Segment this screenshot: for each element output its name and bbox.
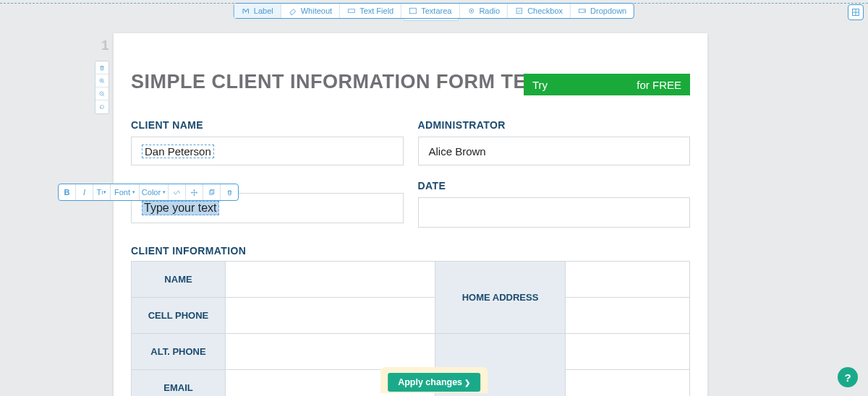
table-cell[interactable] bbox=[566, 298, 689, 334]
copy-icon bbox=[208, 189, 216, 197]
svg-rect-4 bbox=[516, 8, 522, 14]
tool-dropdown[interactable]: Dropdown bbox=[571, 4, 634, 18]
chevron-down-icon: ▾ bbox=[163, 189, 166, 195]
italic-icon: I bbox=[83, 188, 85, 197]
move-icon bbox=[190, 189, 198, 197]
client-name-value[interactable]: Dan Peterson bbox=[142, 145, 214, 158]
svg-rect-10 bbox=[210, 189, 214, 194]
zoom-in-button[interactable] bbox=[95, 74, 109, 87]
delete-page-button[interactable] bbox=[95, 61, 109, 74]
chevron-down-icon: ▾ bbox=[103, 189, 106, 195]
table-cell[interactable] bbox=[226, 298, 435, 334]
table-cell[interactable] bbox=[226, 262, 435, 298]
checkbox-icon bbox=[515, 7, 524, 15]
administrator-value: Alice Brown bbox=[429, 145, 486, 158]
tool-label-text: Whiteout bbox=[301, 7, 332, 15]
link-icon bbox=[173, 189, 181, 197]
delete-button[interactable] bbox=[221, 184, 238, 200]
cta-prefix: Try bbox=[532, 79, 548, 91]
table-header-altphone: ALT. PHONE bbox=[132, 334, 226, 370]
tool-radio[interactable]: Radio bbox=[459, 4, 508, 18]
svg-rect-1 bbox=[410, 8, 417, 14]
label-icon bbox=[242, 7, 250, 15]
table-header-email: EMAIL bbox=[132, 370, 226, 396]
new-text-placeholder[interactable]: Type your text bbox=[142, 201, 219, 215]
grid-toggle-button[interactable] bbox=[848, 4, 864, 20]
color-button[interactable]: Color▾ bbox=[140, 184, 169, 200]
date-field[interactable] bbox=[418, 197, 691, 228]
tool-label-text: Label bbox=[254, 7, 273, 15]
italic-button[interactable]: I bbox=[76, 184, 93, 200]
dropdown-icon bbox=[578, 7, 587, 15]
zoom-out-button[interactable] bbox=[95, 87, 109, 100]
grid-icon bbox=[851, 8, 860, 17]
link-button[interactable] bbox=[169, 184, 186, 200]
table-header-cellphone: CELL PHONE bbox=[132, 298, 226, 334]
administrator-field[interactable]: Alice Brown bbox=[418, 137, 691, 165]
table-header-name: NAME bbox=[132, 262, 226, 298]
color-label: Color bbox=[142, 188, 161, 197]
tool-textfield[interactable]: Text Field bbox=[340, 4, 401, 18]
tool-label-text: Text Field bbox=[359, 7, 393, 15]
tool-label-text: Radio bbox=[479, 7, 500, 15]
apply-changes-button[interactable]: Apply changes bbox=[388, 373, 480, 392]
apply-changes-container: Apply changes bbox=[380, 367, 488, 393]
tool-label-text: Textarea bbox=[421, 7, 451, 15]
table-cell[interactable] bbox=[566, 370, 689, 396]
table-header-homeaddress: HOME ADDRESS bbox=[435, 262, 566, 334]
font-button[interactable]: Font▾ bbox=[111, 184, 140, 200]
tool-checkbox[interactable]: Checkbox bbox=[508, 4, 571, 18]
tool-label-text: Dropdown bbox=[590, 7, 626, 15]
radio-icon bbox=[467, 7, 475, 15]
client-name-label: CLIENT NAME bbox=[131, 119, 404, 131]
bold-icon: B bbox=[64, 188, 70, 197]
move-button[interactable] bbox=[186, 184, 203, 200]
zoom-in-icon bbox=[98, 77, 106, 85]
svg-rect-9 bbox=[210, 190, 213, 194]
tool-whiteout[interactable]: Whiteout bbox=[281, 4, 340, 18]
help-icon: ? bbox=[844, 371, 851, 384]
fontsize-icon: T bbox=[97, 188, 102, 197]
administrator-label: ADMINISTRATOR bbox=[418, 119, 691, 131]
refresh-button[interactable] bbox=[95, 100, 109, 113]
zoom-out-icon bbox=[98, 90, 106, 98]
client-info-section-title: CLIENT INFORMATION bbox=[131, 245, 690, 257]
svg-point-3 bbox=[470, 10, 472, 12]
copy-button[interactable] bbox=[203, 184, 221, 200]
tool-label[interactable]: Label bbox=[234, 4, 281, 18]
table-cell[interactable] bbox=[566, 334, 689, 370]
document-page[interactable]: Try for FREE SIMPLE CLIENT INFORMATION F… bbox=[114, 33, 707, 396]
page-side-tools bbox=[95, 61, 109, 114]
date-label: DATE bbox=[418, 180, 691, 191]
textarea-icon bbox=[409, 7, 417, 15]
client-name-field[interactable]: Dan Peterson bbox=[131, 137, 404, 165]
table-cell[interactable] bbox=[226, 334, 435, 370]
table-cell[interactable] bbox=[566, 262, 689, 298]
fontsize-button[interactable]: TI▾ bbox=[93, 184, 111, 200]
eraser-icon bbox=[289, 7, 297, 15]
trash-icon bbox=[98, 64, 106, 72]
textfield-icon bbox=[347, 7, 356, 15]
element-toolbar: Label Whiteout Text Field Textarea Radio… bbox=[234, 3, 634, 19]
bold-button[interactable]: B bbox=[59, 184, 76, 200]
cta-suffix: for FREE bbox=[637, 79, 681, 91]
refresh-icon bbox=[98, 103, 106, 111]
try-free-banner[interactable]: Try for FREE bbox=[524, 74, 690, 95]
tool-label-text: Checkbox bbox=[527, 7, 563, 15]
font-label: Font bbox=[114, 188, 130, 197]
svg-rect-0 bbox=[349, 9, 355, 13]
help-button[interactable]: ? bbox=[838, 367, 858, 387]
page-number: 1 bbox=[101, 38, 109, 53]
text-format-toolbar: B I TI▾ Font▾ Color▾ bbox=[58, 184, 239, 201]
tool-textarea[interactable]: Textarea bbox=[401, 4, 459, 18]
chevron-down-icon: ▾ bbox=[132, 189, 135, 195]
trash-icon bbox=[226, 189, 234, 197]
